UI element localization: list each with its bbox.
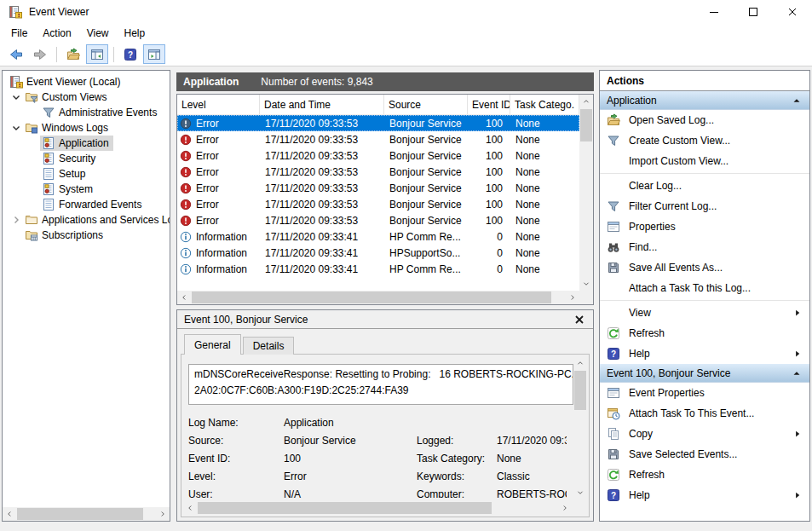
action-item-copy[interactable]: Copy (600, 424, 809, 444)
details-vertical-scrollbar[interactable] (573, 356, 587, 499)
menu-help[interactable]: Help (117, 26, 153, 41)
menu-action[interactable]: Action (35, 26, 78, 41)
action-item-clear-log[interactable]: Clear Log... (600, 176, 809, 196)
scroll-right-button[interactable] (566, 291, 579, 304)
tree-item-system[interactable]: System (3, 182, 170, 197)
menu-file[interactable]: File (3, 26, 35, 41)
action-item-save-all-events-as[interactable]: Save All Events As... (600, 257, 809, 278)
toolbar-forward-button[interactable] (29, 44, 51, 64)
minimize-button[interactable] (694, 0, 734, 24)
action-item-find[interactable]: Find... (600, 237, 809, 257)
event-row[interactable]: Error17/11/2020 09:33:53Bonjour Service1… (177, 147, 579, 164)
toolbar-back-button[interactable] (5, 44, 27, 64)
submenu-arrow-icon[interactable] (792, 349, 803, 359)
scroll-left-button[interactable] (177, 291, 191, 304)
chevron-expanded-icon[interactable] (9, 90, 23, 104)
tree-item-administrative-events[interactable]: Administrative Events (3, 105, 170, 120)
submenu-arrow-icon[interactable] (792, 429, 803, 439)
action-item-filter-current-log[interactable]: Filter Current Log... (600, 196, 809, 216)
column-header-date-and-time[interactable]: Date and Time (260, 95, 384, 114)
submenu-arrow-icon[interactable] (792, 490, 803, 500)
action-item-help[interactable]: ?Help (600, 485, 809, 505)
toolbar-action-pane-toggle-button[interactable] (143, 44, 165, 64)
event-row[interactable]: Information17/11/2020 09:33:41HP Comm Re… (177, 228, 579, 245)
close-details-button[interactable] (573, 313, 586, 326)
action-item-open-saved-log[interactable]: Open Saved Log... (600, 110, 809, 130)
menu-view[interactable]: View (79, 26, 117, 41)
cell-text: HP Comm Re... (389, 231, 461, 243)
action-item-attach-task-to-this-event[interactable]: Attach Task To This Event... (600, 403, 809, 424)
event-row[interactable]: Error17/11/2020 09:33:53Bonjour Service1… (177, 180, 579, 196)
action-item-properties[interactable]: Properties (600, 216, 809, 237)
actions-section-header-event-100-bonjour-service[interactable]: Event 100, Bonjour Service (600, 364, 809, 383)
event-cell-task_category: None (510, 245, 579, 261)
scroll-up-button[interactable] (579, 95, 593, 108)
tree-item-subscriptions[interactable]: Subscriptions (3, 228, 170, 243)
column-header-task-catego[interactable]: Task Catego. (510, 95, 579, 114)
action-item-attach-a-task-to-this-log[interactable]: Attach a Task To this Log... (600, 278, 809, 298)
list-horizontal-scrollbar[interactable] (177, 291, 579, 304)
action-item-event-properties[interactable]: Event Properties (600, 383, 809, 403)
event-row[interactable]: Error17/11/2020 09:33:53Bonjour Service1… (177, 131, 579, 147)
cell-text: Bonjour Service (389, 199, 462, 211)
tab-details[interactable]: Details (243, 337, 295, 355)
actions-section-title: Event 100, Bonjour Service (607, 367, 791, 379)
event-row[interactable]: Error17/11/2020 09:33:53Bonjour Service1… (177, 212, 579, 228)
event-row[interactable]: Error17/11/2020 09:33:53Bonjour Service1… (177, 164, 579, 180)
scrollbar-thumb[interactable] (574, 371, 586, 410)
action-item-view[interactable]: View (600, 303, 809, 323)
column-header-level[interactable]: Level (177, 95, 260, 114)
close-button[interactable] (773, 0, 812, 24)
submenu-arrow-icon[interactable] (792, 308, 803, 318)
scroll-left-button[interactable] (183, 501, 197, 515)
tree-item-event-viewer-local[interactable]: Event Viewer (Local) (3, 74, 170, 89)
tree-horizontal-scrollbar[interactable] (3, 507, 170, 521)
scroll-left-button[interactable] (3, 507, 16, 521)
title-bar: Event Viewer (0, 0, 812, 24)
event-row[interactable]: Information17/11/2020 09:33:41HPSupportS… (177, 245, 579, 261)
cell-text: Error (196, 199, 219, 211)
field-value: None (497, 453, 521, 465)
column-header-event-id[interactable]: Event ID (468, 95, 510, 114)
chevron-expanded-icon[interactable] (9, 121, 23, 135)
tree-item-security[interactable]: Security (3, 151, 170, 166)
tree-item-application[interactable]: Application (3, 136, 170, 151)
tree-item-windows-logs[interactable]: Windows Logs (3, 120, 170, 136)
action-item-save-selected-events[interactable]: Save Selected Events... (600, 444, 809, 465)
action-item-help[interactable]: ?Help (600, 343, 809, 364)
scroll-down-button[interactable] (579, 277, 593, 291)
list-vertical-scrollbar[interactable] (579, 95, 593, 291)
scrollbar-thumb[interactable] (198, 502, 492, 514)
collapse-arrow-icon[interactable] (791, 95, 803, 107)
chevron-collapsed-icon[interactable] (9, 213, 23, 227)
field-label: User: (188, 488, 213, 498)
toolbar-help-button[interactable]: ? (119, 44, 141, 64)
tree-item-setup[interactable]: Setup (3, 166, 170, 182)
toolbar-console-tree-toggle-button[interactable] (86, 44, 108, 64)
column-header-source[interactable]: Source (384, 95, 468, 114)
action-item-refresh[interactable]: Refresh (600, 465, 809, 485)
scrollbar-thumb[interactable] (17, 508, 143, 520)
scroll-down-button[interactable] (573, 486, 587, 499)
tree-item-forwarded-events[interactable]: Forwarded Events (3, 197, 170, 212)
tab-general[interactable]: General (184, 334, 241, 355)
action-item-refresh[interactable]: Refresh (600, 323, 809, 343)
details-horizontal-scrollbar[interactable] (183, 501, 572, 515)
collapse-arrow-icon[interactable] (791, 367, 803, 379)
scroll-up-button[interactable] (573, 356, 587, 370)
maximize-button[interactable] (734, 0, 773, 24)
toolbar-open-saved-log-button[interactable] (62, 44, 84, 64)
event-row[interactable]: Error17/11/2020 09:33:53Bonjour Service1… (177, 115, 579, 131)
scrollbar-thumb[interactable] (580, 109, 592, 141)
scroll-right-button[interactable] (156, 507, 170, 521)
tree-item-applications-and-services-lo[interactable]: Applications and Services Lo (3, 212, 170, 228)
event-row[interactable]: Information17/11/2020 09:33:41HP Comm Re… (177, 261, 579, 277)
tree-item-custom-views[interactable]: Custom Views (3, 89, 170, 105)
scrollbar-thumb[interactable] (192, 291, 551, 303)
actions-section-header-application[interactable]: Application (600, 91, 809, 110)
action-item-import-custom-view[interactable]: Import Custom View... (600, 151, 809, 171)
event-row[interactable]: Error17/11/2020 09:33:53Bonjour Service1… (177, 196, 579, 212)
tree-item-label: Security (59, 153, 95, 164)
action-item-create-custom-view[interactable]: Create Custom View... (600, 130, 809, 151)
scroll-right-button[interactable] (558, 501, 572, 515)
